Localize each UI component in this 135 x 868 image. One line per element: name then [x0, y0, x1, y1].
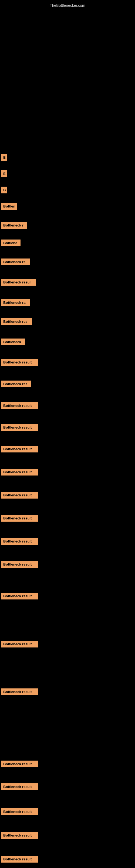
bottleneck-result-label: Bottleneck result: [1, 832, 38, 839]
bottleneck-result-label: Bottlen: [1, 203, 17, 210]
result-row: Bottleneck ra: [0, 297, 135, 308]
bottleneck-result-label: Bottleneck: [1, 339, 25, 345]
bottleneck-result-label: Bottleneck re: [1, 258, 30, 265]
result-row: Bottleneck res: [0, 316, 135, 327]
result-row: Bottleneck res: [0, 378, 135, 390]
result-row: Bottleneck resul: [0, 277, 135, 288]
result-row: Bottleneck result: [0, 758, 135, 770]
bottleneck-result-label: Bottleneck resul: [1, 279, 36, 286]
result-row: Bottleneck result: [0, 400, 135, 411]
result-row: E: [0, 168, 135, 179]
bottleneck-result-label: Bottleneck result: [1, 538, 38, 545]
result-row: B: [0, 184, 135, 195]
result-row: Bottleneck result: [0, 590, 135, 601]
bottleneck-result-label: Bottleneck res: [1, 380, 31, 388]
result-row: Bottleneck result: [0, 490, 135, 501]
bottleneck-result-label: Bottleneck result: [1, 593, 38, 599]
result-row: Bottlene: [0, 237, 135, 248]
bottleneck-result-label: Bottleneck r: [1, 222, 27, 229]
bottleneck-result-label: Bottleneck result: [1, 424, 38, 431]
result-row: Bottleneck result: [0, 559, 135, 570]
result-row: Bottleneck: [0, 336, 135, 347]
bottleneck-result-label: Bottleneck result: [1, 561, 38, 568]
result-row: Bottleneck result: [0, 467, 135, 478]
result-row: Bottleneck result: [0, 854, 135, 865]
result-row: Bottleneck result: [0, 806, 135, 817]
bottleneck-result-label: Bottleneck ra: [1, 299, 30, 306]
bottleneck-result-label: Bottleneck result: [1, 641, 38, 648]
result-row: Bottleneck r: [0, 220, 135, 231]
bottleneck-result-label: Bottleneck res: [1, 318, 32, 325]
result-row: Bottleneck result: [0, 513, 135, 524]
bottleneck-result-label: B: [1, 154, 7, 161]
site-title: TheBottlenecker.com: [0, 1, 135, 10]
bottleneck-result-label: Bottleneck result: [1, 783, 38, 790]
bottleneck-result-label: B: [1, 187, 7, 193]
result-row: Bottleneck re: [0, 256, 135, 268]
result-row: Bottlen: [0, 201, 135, 212]
bottleneck-result-label: Bottleneck result: [1, 688, 38, 695]
result-row: Bottleneck result: [0, 781, 135, 792]
bottleneck-result-label: Bottleneck result: [1, 856, 38, 863]
result-row: Bottleneck result: [0, 357, 135, 368]
result-row: B: [0, 152, 135, 163]
bottleneck-result-label: Bottleneck result: [1, 402, 38, 409]
result-row: Bottleneck result: [0, 686, 135, 698]
bottleneck-result-label: Bottleneck result: [1, 446, 38, 453]
bottleneck-result-label: Bottleneck result: [1, 808, 38, 815]
bottleneck-result-label: Bottleneck result: [1, 359, 38, 366]
result-row: Bottleneck result: [0, 422, 135, 433]
bottleneck-result-label: Bottleneck result: [1, 492, 38, 499]
bottleneck-result-label: E: [1, 170, 7, 177]
result-row: Bottleneck result: [0, 536, 135, 547]
bottleneck-result-label: Bottlene: [1, 240, 20, 246]
bottleneck-result-label: Bottleneck result: [1, 469, 38, 475]
bottleneck-result-label: Bottleneck result: [1, 515, 38, 522]
result-row: Bottleneck result: [0, 639, 135, 650]
bottleneck-result-label: Bottleneck result: [1, 761, 38, 767]
result-row: Bottleneck result: [0, 443, 135, 455]
result-row: Bottleneck result: [0, 830, 135, 841]
